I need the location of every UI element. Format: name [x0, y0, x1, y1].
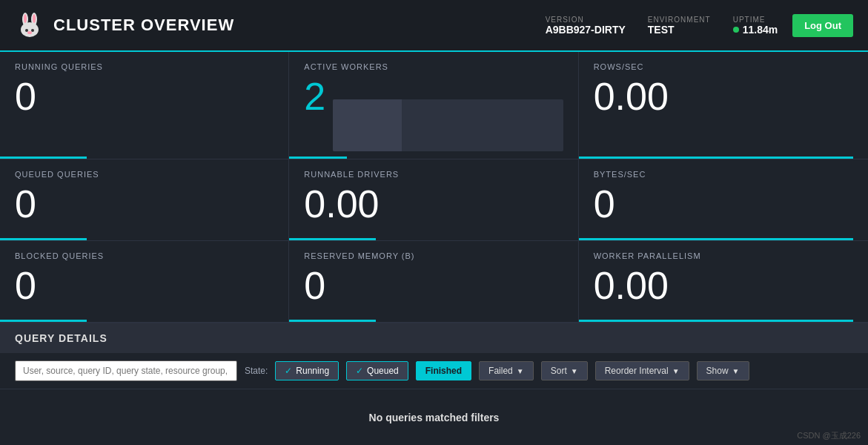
metric-card-3: QUEUED QUERIES 0 — [0, 159, 289, 241]
logout-button[interactable]: Log Out — [792, 14, 853, 37]
metric-progress-bar-5 — [579, 238, 854, 240]
svg-point-6 — [31, 29, 34, 32]
environment-label: ENVIRONMENT — [648, 16, 711, 24]
uptime-group: UPTIME 11.84m — [733, 16, 778, 36]
filter-queued-button[interactable]: ✓ Queued — [346, 361, 408, 380]
metric-label-2: ROWS/SEC — [594, 62, 853, 71]
sort-label: Sort — [551, 366, 567, 376]
metric-progress-bar-1 — [289, 156, 347, 159]
metric-progress-bar-3 — [0, 238, 87, 240]
query-details-section: QUERY DETAILS State: ✓ Running ✓ Queued … — [0, 323, 868, 445]
metric-card-5: BYTES/SEC 0 — [579, 159, 868, 241]
logo-section: CLUSTER OVERVIEW — [15, 10, 234, 40]
environment-group: ENVIRONMENT TEST — [648, 16, 711, 36]
metric-value-5: 0 — [594, 185, 853, 223]
active-workers-bar-fill — [333, 99, 402, 151]
uptime-value-container: 11.84m — [733, 24, 778, 36]
watermark: CSDN @玉成226 — [797, 430, 861, 441]
filter-failed-button[interactable]: Failed ▼ — [479, 361, 534, 380]
sort-button[interactable]: Sort ▼ — [541, 361, 588, 380]
show-dropdown-icon: ▼ — [732, 367, 740, 375]
query-search-input[interactable] — [15, 360, 237, 381]
uptime-dot-icon — [733, 27, 739, 33]
metric-value-0: 0 — [15, 77, 274, 116]
metric-label-1: ACTIVE WORKERS — [304, 62, 563, 71]
reorder-dropdown-icon: ▼ — [672, 367, 680, 375]
metric-value-7: 0 — [304, 266, 563, 305]
filter-finished-label: Finished — [425, 366, 462, 376]
metric-progress-bar-4 — [289, 238, 376, 240]
active-workers-value: 2 — [304, 77, 333, 116]
query-details-toolbar: State: ✓ Running ✓ Queued Finished Faile… — [0, 353, 868, 389]
version-value: A9BB927-DIRTY — [546, 24, 626, 36]
svg-point-3 — [24, 14, 27, 23]
query-details-header: QUERY DETAILS — [0, 323, 868, 353]
metric-card-6: BLOCKED QUERIES 0 — [0, 241, 289, 323]
failed-dropdown-icon: ▼ — [517, 367, 524, 375]
active-workers-card: 2 — [304, 77, 563, 151]
metric-value-6: 0 — [15, 266, 274, 305]
metric-progress-bar-8 — [579, 320, 854, 322]
show-button[interactable]: Show ▼ — [697, 361, 749, 380]
metric-value-8: 0.00 — [594, 266, 853, 305]
metric-label-3: QUEUED QUERIES — [15, 170, 274, 179]
metric-progress-bar-0 — [0, 156, 87, 159]
filter-running-label: Running — [296, 366, 329, 376]
metric-label-0: RUNNING QUERIES — [15, 62, 274, 71]
metrics-grid: RUNNING QUERIES 0 ACTIVE WORKERS 2 ROWS/… — [0, 52, 868, 323]
logo-icon — [15, 10, 44, 40]
svg-point-4 — [33, 14, 36, 23]
metric-card-2: ROWS/SEC 0.00 — [579, 52, 868, 159]
app-title: CLUSTER OVERVIEW — [53, 16, 234, 35]
filter-queued-label: Queued — [367, 366, 399, 376]
metric-label-4: RUNNABLE DRIVERS — [304, 170, 563, 179]
header-info: VERSION A9BB927-DIRTY ENVIRONMENT TEST U… — [546, 16, 778, 36]
metric-label-7: RESERVED MEMORY (B) — [304, 251, 563, 260]
filter-finished-button[interactable]: Finished — [416, 361, 471, 380]
show-label: Show — [706, 366, 729, 376]
reorder-interval-label: Reorder Interval — [605, 366, 669, 376]
filter-running-button[interactable]: ✓ Running — [275, 361, 339, 380]
filter-failed-label: Failed — [488, 366, 513, 376]
metric-card-8: WORKER PARALLELISM 0.00 — [579, 241, 868, 323]
sort-dropdown-icon: ▼ — [571, 367, 578, 375]
metric-progress-bar-6 — [0, 320, 87, 322]
metric-card-7: RESERVED MEMORY (B) 0 — [289, 241, 578, 323]
svg-point-5 — [25, 29, 28, 32]
metric-value-4: 0.00 — [304, 185, 563, 223]
no-queries-message: No queries matched filters — [0, 389, 868, 445]
uptime-value: 11.84m — [743, 24, 778, 36]
metric-label-6: BLOCKED QUERIES — [15, 251, 274, 260]
svg-point-7 — [27, 31, 32, 34]
version-label: VERSION — [546, 16, 584, 24]
metric-value-2: 0.00 — [594, 77, 853, 116]
metric-value-1: 2 — [304, 77, 325, 116]
uptime-label: UPTIME — [733, 16, 766, 24]
metric-progress-bar-2 — [579, 156, 854, 159]
queued-check-icon: ✓ — [356, 366, 363, 376]
version-group: VERSION A9BB927-DIRTY — [546, 16, 626, 36]
reorder-interval-button[interactable]: Reorder Interval ▼ — [595, 361, 689, 380]
environment-value: TEST — [648, 24, 675, 36]
metric-progress-bar-7 — [289, 320, 376, 322]
metric-card-1: ACTIVE WORKERS 2 — [289, 52, 578, 159]
state-label: State: — [245, 366, 268, 376]
metric-card-4: RUNNABLE DRIVERS 0.00 — [289, 159, 578, 241]
header: CLUSTER OVERVIEW VERSION A9BB927-DIRTY E… — [0, 0, 868, 52]
metric-card-0: RUNNING QUERIES 0 — [0, 52, 289, 159]
metric-label-8: WORKER PARALLELISM — [594, 251, 853, 260]
metric-value-3: 0 — [15, 185, 274, 223]
running-check-icon: ✓ — [285, 366, 292, 376]
active-workers-bar — [333, 99, 563, 151]
metric-label-5: BYTES/SEC — [594, 170, 853, 179]
